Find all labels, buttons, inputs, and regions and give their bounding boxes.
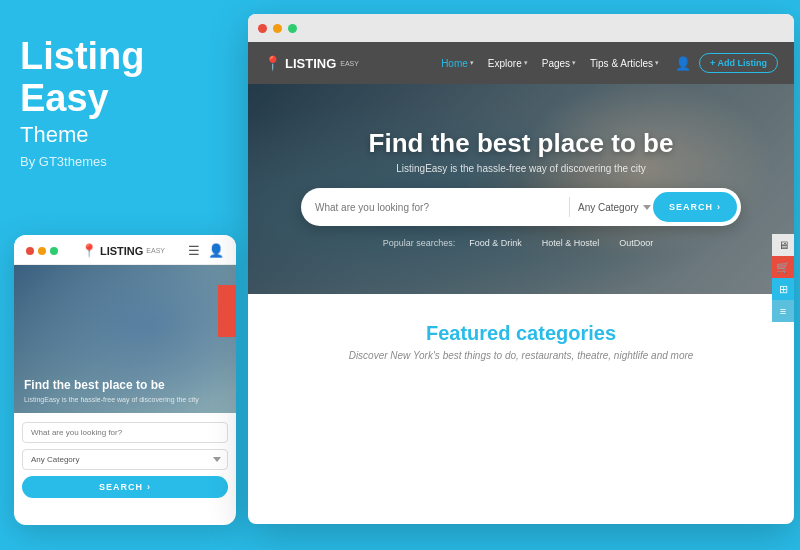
mobile-form: Any Category SEARCH ›: [14, 413, 236, 498]
nav-pages-chevron-icon: ▾: [572, 59, 576, 67]
mobile-dot-yellow: [38, 247, 46, 255]
mobile-hamburger-icon[interactable]: ☰: [188, 243, 200, 258]
mobile-badge: [218, 285, 236, 337]
featured-subtitle: Discover New York's best things to do, r…: [278, 350, 764, 361]
site-featured-section: Featured categories Discover New York's …: [248, 294, 794, 389]
nav-link-explore[interactable]: Explore ▾: [488, 58, 528, 69]
nav-home-chevron-icon: ▾: [470, 59, 474, 67]
nav-tips-chevron-icon: ▾: [655, 59, 659, 67]
brand-subtitle: Theme: [20, 122, 228, 148]
mobile-hero: Find the best place to be ListingEasy is…: [14, 265, 236, 413]
mobile-mockup: 📍 LISTING EASY ☰ 👤 Find the best place t…: [14, 235, 236, 525]
popular-tag-outdoor[interactable]: OutDoor: [613, 236, 659, 250]
mobile-hero-title: Find the best place to be: [24, 378, 226, 394]
brand-name: Listing Easy Theme By GT3themes: [20, 36, 228, 169]
mobile-search-button[interactable]: SEARCH ›: [22, 476, 228, 498]
mobile-search-btn-label: SEARCH: [99, 482, 143, 492]
mobile-category-select[interactable]: Any Category: [22, 449, 228, 470]
site-nav-actions: 👤 + Add Listing: [675, 53, 778, 73]
brand-by: By GT3themes: [20, 154, 228, 169]
mobile-logo: 📍 LISTING EASY: [81, 243, 165, 258]
brand-title: Listing Easy: [20, 36, 228, 120]
featured-title: Featured categories: [278, 322, 764, 345]
nav-link-explore-label: Explore: [488, 58, 522, 69]
popular-searches-label: Popular searches:: [383, 238, 456, 248]
mobile-hero-text: Find the best place to be ListingEasy is…: [24, 378, 226, 405]
site-logo-text: LISTING: [285, 56, 336, 71]
mobile-logo-pin-icon: 📍: [81, 243, 97, 258]
site-search-button[interactable]: SEARCH ›: [653, 192, 737, 222]
brand-line2: Easy: [20, 77, 109, 119]
mobile-badge-item-2: [220, 304, 234, 318]
search-divider: [569, 197, 570, 217]
browser-dot-green: [288, 24, 297, 33]
mobile-hero-sub: ListingEasy is the hassle-free way of di…: [24, 395, 226, 405]
nav-link-home-label: Home: [441, 58, 468, 69]
site-search-arrow-icon: ›: [717, 202, 721, 212]
popular-tag-food[interactable]: Food & Drink: [463, 236, 528, 250]
popular-tag-hotel[interactable]: Hotel & Hostel: [536, 236, 606, 250]
mobile-topbar: 📍 LISTING EASY ☰ 👤: [14, 235, 236, 265]
mobile-search-input[interactable]: [22, 422, 228, 443]
nav-link-pages[interactable]: Pages ▾: [542, 58, 576, 69]
mobile-logo-text: LISTING: [100, 245, 143, 257]
site-category-select[interactable]: Any Category: [578, 202, 653, 213]
add-listing-button[interactable]: + Add Listing: [699, 53, 778, 73]
site-search-bar: Any Category SEARCH ›: [301, 188, 741, 226]
nav-explore-chevron-icon: ▾: [524, 59, 528, 67]
site-popular-searches: Popular searches: Food & Drink Hotel & H…: [383, 236, 660, 250]
mobile-dot-red: [26, 247, 34, 255]
site-logo-pin-icon: 📍: [264, 55, 281, 71]
site-hero-title: Find the best place to be: [369, 128, 674, 159]
mobile-window-dots: [26, 247, 58, 255]
browser-dot-yellow: [273, 24, 282, 33]
nav-link-pages-label: Pages: [542, 58, 570, 69]
brand-line1: Listing: [20, 35, 145, 77]
mobile-search-arrow-icon: ›: [147, 482, 151, 492]
mobile-logo-easy: EASY: [146, 247, 165, 254]
site-logo: 📍 LISTING EASY: [264, 55, 359, 71]
nav-link-tips-label: Tips & Articles: [590, 58, 653, 69]
nav-link-tips[interactable]: Tips & Articles ▾: [590, 58, 659, 69]
site-logo-easy: EASY: [340, 60, 359, 67]
mobile-user-icon[interactable]: 👤: [208, 243, 224, 258]
browser-window: 📍 LISTING EASY Home ▾ Explore ▾ Pages ▾ …: [248, 14, 794, 524]
site-nav-user-icon[interactable]: 👤: [675, 56, 691, 71]
mobile-nav-icons: ☰ 👤: [188, 243, 224, 258]
mobile-dot-green: [50, 247, 58, 255]
browser-dot-red: [258, 24, 267, 33]
sidebar-list-icon[interactable]: ≡: [772, 300, 794, 322]
site-nav-links: Home ▾ Explore ▾ Pages ▾ Tips & Articles…: [441, 58, 659, 69]
nav-link-home[interactable]: Home ▾: [441, 58, 474, 69]
browser-topbar: [248, 14, 794, 42]
site-hero-subtitle: ListingEasy is the hassle-free way of di…: [396, 163, 646, 174]
site-hero-content: Find the best place to be ListingEasy is…: [248, 84, 794, 294]
left-panel: Listing Easy Theme By GT3themes 📍 LISTIN…: [0, 0, 248, 550]
site-nav: 📍 LISTING EASY Home ▾ Explore ▾ Pages ▾ …: [248, 42, 794, 84]
mobile-badge-item-1: [220, 288, 234, 302]
site-search-input[interactable]: [315, 202, 561, 213]
site-search-btn-label: SEARCH: [669, 202, 713, 212]
mobile-badge-item-3: [220, 320, 234, 334]
site-hero: Find the best place to be ListingEasy is…: [248, 84, 794, 294]
